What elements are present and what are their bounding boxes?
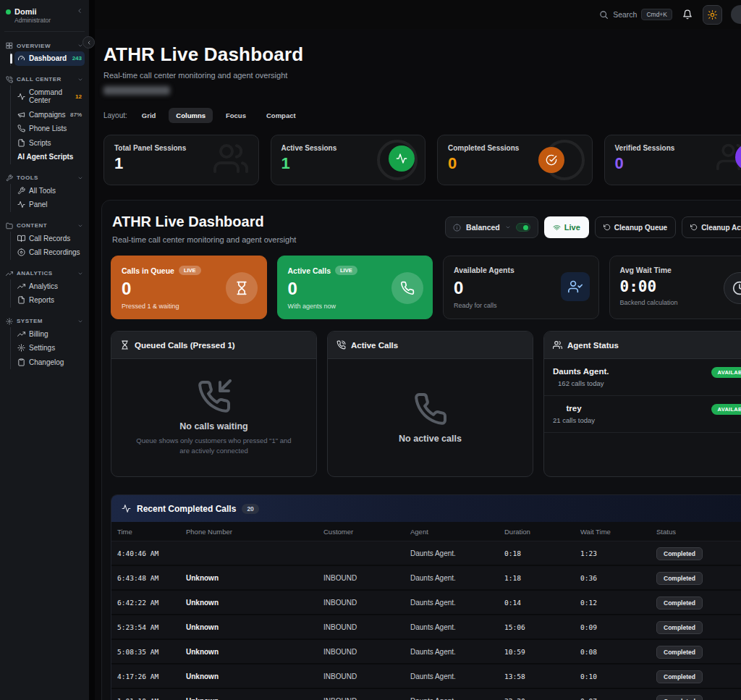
- cell-customer: INBOUND: [323, 672, 410, 680]
- agent-row[interactable]: trey 21 calls today AVAILABLE: [544, 396, 741, 433]
- sidebar-item-scripts[interactable]: Scripts: [14, 136, 85, 151]
- status-badge: Completed: [656, 572, 703, 585]
- sidebar-collapse-icon[interactable]: [76, 7, 83, 14]
- cell-time: 1:01:10 AM: [117, 697, 186, 700]
- trending-up-icon: [17, 282, 25, 290]
- table-row[interactable]: 1:01:10 AM Unknown INBOUND Daunts Agent.…: [111, 689, 741, 700]
- search-shortcut: Cmd+K: [641, 9, 672, 20]
- table-row[interactable]: 4:40:46 AM Daunts Agent. 0:18 1:23 Compl…: [111, 541, 741, 566]
- layout-option-grid[interactable]: Grid: [135, 108, 164, 123]
- sidebar-collapse-button[interactable]: [82, 36, 95, 49]
- rotate-icon: [690, 224, 698, 231]
- agent-row[interactable]: Daunts Agent. 162 calls today AVAILABLE: [544, 359, 741, 396]
- section-label: CONTENT: [17, 222, 74, 229]
- stat-card-completed-sessions: Completed Sessions 0: [437, 135, 593, 185]
- table-row[interactable]: 6:43:48 AM Unknown INBOUND Daunts Agent.…: [111, 566, 741, 591]
- sidebar-item-dashboard[interactable]: Dashboard 243: [14, 51, 85, 66]
- layout-option-focus[interactable]: Focus: [219, 108, 253, 123]
- cell-time: 6:43:48 AM: [117, 574, 186, 582]
- chevron-down-icon: [77, 77, 83, 83]
- hourglass-icon: [226, 272, 258, 304]
- layout-option-compact[interactable]: Compact: [259, 108, 303, 123]
- cell-duration: 10:59: [504, 648, 580, 656]
- check-circle-icon: [538, 147, 564, 173]
- table-row[interactable]: 5:08:35 AM Unknown INBOUND Daunts Agent.…: [111, 640, 741, 665]
- phone-incoming-icon: [197, 379, 232, 414]
- sidebar-item-ai-agent-scripts[interactable]: AI Agent Scripts: [14, 150, 85, 164]
- theme-toggle-button[interactable]: [703, 5, 722, 25]
- table-row[interactable]: 4:17:26 AM Unknown INBOUND Daunts Agent.…: [111, 665, 741, 689]
- live-panes: Queued Calls (Pressed 1) No calls waitin…: [111, 331, 741, 477]
- availability-badge: AVAILABLE: [711, 367, 741, 378]
- sidebar-section-tools[interactable]: TOOLS: [4, 172, 85, 184]
- recent-calls-header[interactable]: Recent Completed Calls 20: [111, 495, 741, 522]
- cell-agent: Daunts Agent.: [410, 574, 504, 582]
- column-header: Customer: [323, 528, 410, 536]
- wifi-icon: [553, 224, 561, 232]
- stat-card-verified-sessions: Verified Sessions 0: [604, 135, 741, 185]
- sidebar-item-settings[interactable]: Settings: [14, 341, 85, 355]
- session-stats: Total Panel Sessions 1 Active Sessions 1…: [103, 135, 741, 185]
- cleanup-queue-label: Cleanup Queue: [614, 224, 667, 232]
- metric-subtitle: Ready for calls: [454, 302, 588, 309]
- search-button[interactable]: Search Cmd+K: [599, 9, 672, 20]
- sidebar-item-phone-lists[interactable]: Phone Lists: [14, 122, 85, 136]
- hourglass-icon: [120, 340, 130, 350]
- sidebar-item-call-records[interactable]: Call Records: [14, 232, 85, 246]
- chevron-down-icon: [77, 271, 83, 277]
- sidebar-item-billing[interactable]: Billing: [14, 327, 85, 342]
- folder-icon: [6, 222, 13, 229]
- empty-state: No active calls: [328, 359, 533, 476]
- pane-title: Active Calls: [351, 341, 398, 350]
- megaphone-icon: [17, 111, 25, 119]
- sidebar-item-campaigns[interactable]: Campaigns 87%: [14, 108, 85, 122]
- chevron-down-icon: [77, 223, 83, 229]
- chevron-down-icon: [77, 319, 83, 324]
- cell-phone: Unknown: [186, 672, 323, 680]
- empty-state: No calls waiting Queue shows only custom…: [111, 359, 316, 476]
- metric-label: Active Calls: [288, 266, 331, 275]
- table-row[interactable]: 5:23:54 AM Unknown INBOUND Daunts Agent.…: [111, 615, 741, 640]
- info-icon: [453, 224, 461, 232]
- recent-calls-title: Recent Completed Calls: [137, 504, 236, 514]
- sidebar-item-panel[interactable]: Panel: [14, 198, 85, 212]
- table-row[interactable]: 6:42:22 AM Unknown INBOUND Daunts Agent.…: [111, 591, 741, 615]
- availability-badge: AVAILABLE: [711, 404, 741, 415]
- panel-title: ATHR Live Dashboard: [112, 214, 296, 230]
- recent-completed-calls: Recent Completed Calls 20 Time Phone Num…: [111, 494, 741, 700]
- panel-header: ATHR Live Dashboard Real-time call cente…: [111, 211, 741, 244]
- item-label: AI Agent Scripts: [17, 153, 82, 161]
- cleanup-queue-button[interactable]: Cleanup Queue: [595, 216, 676, 238]
- cell-duration: 32:20: [504, 697, 580, 700]
- empty-caption: Queue shows only customers who pressed "…: [131, 436, 297, 457]
- sidebar-item-all-tools[interactable]: All Tools: [14, 184, 85, 198]
- layout-option-columns[interactable]: Columns: [169, 108, 213, 123]
- item-label: Billing: [29, 330, 82, 339]
- cell-customer: INBOUND: [323, 648, 410, 656]
- cell-phone: Unknown: [186, 574, 323, 582]
- notifications-button[interactable]: [682, 9, 693, 20]
- sidebar-item-call-recordings[interactable]: Call Recordings: [14, 245, 85, 260]
- sidebar-section-content[interactable]: CONTENT: [4, 220, 85, 232]
- sidebar-item-command-center[interactable]: Command Center 12: [14, 85, 85, 108]
- page-content: ATHR Live Dashboard Real-time call cente…: [95, 29, 741, 700]
- user-avatar[interactable]: [731, 5, 741, 24]
- live-status-button[interactable]: Live: [544, 216, 589, 238]
- cleanup-active-button[interactable]: Cleanup Active: [682, 216, 741, 238]
- sidebar-section-system[interactable]: SYSTEM: [4, 316, 85, 327]
- cell-phone: Unknown: [186, 599, 323, 607]
- sidebar-section-analytics[interactable]: ANALYTICS: [4, 268, 85, 279]
- mode-toggle[interactable]: [516, 223, 530, 232]
- mode-select[interactable]: Balanced: [445, 216, 538, 238]
- item-label: Settings: [29, 344, 82, 353]
- page-subtitle: Real-time call center monitoring and age…: [103, 71, 741, 80]
- trending-up-icon: [17, 330, 25, 338]
- section-label: TOOLS: [17, 174, 74, 181]
- sidebar-item-reports[interactable]: Reports: [14, 293, 85, 308]
- sidebar-section-call-center[interactable]: CALL CENTER: [4, 74, 85, 85]
- sidebar-item-analytics[interactable]: Analytics: [14, 279, 85, 294]
- table-header: Time Phone Number Customer Agent Duratio…: [111, 522, 741, 541]
- sidebar-section-overview[interactable]: OVERVIEW: [4, 40, 85, 51]
- search-icon: [599, 10, 609, 20]
- sidebar-item-changelog[interactable]: Changelog: [14, 355, 85, 370]
